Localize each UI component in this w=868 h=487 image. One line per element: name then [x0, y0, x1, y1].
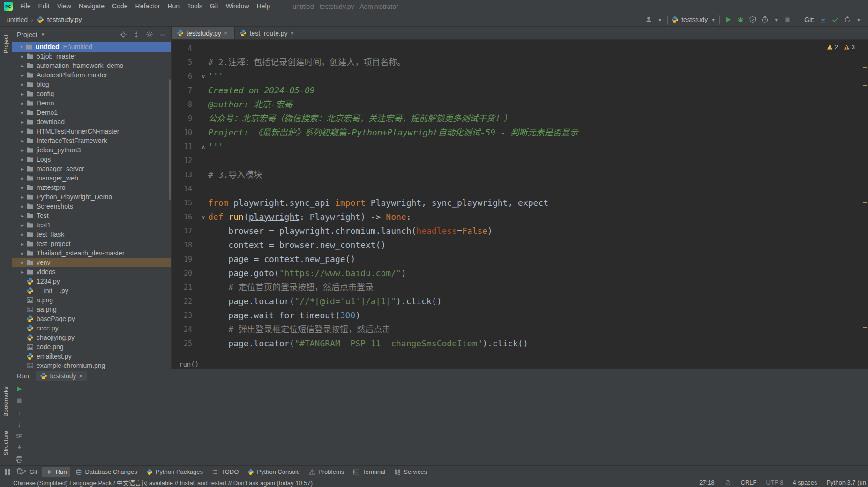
tree-item-Logs[interactable]: ▸Logs — [12, 155, 171, 164]
line-separator[interactable]: CRLF — [741, 479, 757, 486]
tree-item-example-chromium.png[interactable]: example-chromium.png — [12, 361, 171, 369]
toolwindow-services[interactable]: Services — [390, 467, 431, 477]
code-line-16[interactable]: 16∨def run(playwright: Playwright) -> No… — [172, 210, 868, 224]
tree-item-jiekou_python3[interactable]: ▸jiekou_python3 — [12, 145, 171, 155]
tree-item-Thailand_xsteach_dev-master[interactable]: ▸Thailand_xsteach_dev-master — [12, 248, 171, 258]
tree-item-mztestpro[interactable]: ▸mztestpro — [12, 183, 171, 192]
menu-navigate[interactable]: Navigate — [75, 0, 108, 13]
tree-item-Screenshots[interactable]: ▸Screenshots — [12, 202, 171, 211]
code-line-7[interactable]: 7Created on 2024-05-09 — [172, 83, 868, 97]
chevron-right-icon[interactable]: ▸ — [19, 138, 26, 144]
chevron-right-icon[interactable]: ▸ — [19, 110, 26, 116]
menu-tools[interactable]: Tools — [183, 0, 206, 13]
scrollbar-thumb[interactable] — [169, 79, 171, 200]
tree-item-cccc.py[interactable]: cccc.py — [12, 323, 171, 333]
code-line-23[interactable]: 23 page.wait_for_timeout(300) — [172, 308, 868, 322]
breadcrumb-file[interactable]: teststudy.py — [47, 16, 82, 23]
hide-panel-icon[interactable] — [159, 31, 166, 38]
toolwindow-problems[interactable]: Problems — [305, 467, 348, 477]
code-line-25[interactable]: 25 page.locator("#TANGRAM__PSP_11__chang… — [172, 337, 868, 351]
tree-item-manager_web[interactable]: ▸manager_web — [12, 173, 171, 183]
chevron-right-icon[interactable]: ▸ — [19, 53, 26, 60]
code-line-4[interactable]: 4 — [172, 41, 868, 55]
chevron-right-icon[interactable]: ▸ — [19, 157, 26, 163]
tool-window-switcher-icon[interactable] — [4, 468, 11, 476]
tree-item-test_flask[interactable]: ▸test_flask — [12, 230, 171, 239]
code-line-21[interactable]: 21 # 定位首页的登录按钮，然后点击登录 — [172, 280, 868, 294]
chevron-right-icon[interactable]: ▸ — [19, 232, 26, 238]
softwrap-icon[interactable] — [15, 432, 23, 440]
breadcrumb-function[interactable]: run() — [179, 360, 199, 368]
chevron-right-icon[interactable]: ▸ — [19, 241, 26, 247]
close-icon[interactable]: × — [79, 373, 83, 380]
tree-item-Demo[interactable]: ▸Demo — [12, 98, 171, 108]
tree-item-blog[interactable]: ▸blog — [12, 80, 171, 89]
code-with-me-users-icon[interactable] — [645, 16, 652, 23]
editor-breadcrumb[interactable]: run() — [172, 359, 868, 369]
chevron-down-icon[interactable]: ▾ — [856, 16, 861, 23]
chevron-right-icon[interactable]: ▸ — [19, 175, 26, 181]
chevron-right-icon[interactable]: ▸ — [19, 185, 26, 191]
menu-edit[interactable]: Edit — [35, 0, 53, 13]
run-button[interactable] — [725, 16, 732, 23]
toolwindow-todo[interactable]: TODO — [208, 467, 242, 477]
chevron-right-icon[interactable]: ▸ — [19, 147, 26, 153]
stop-button[interactable] — [784, 16, 791, 23]
code-line-12[interactable]: 12 — [172, 154, 868, 168]
code-line-8[interactable]: 8@author: 北京-宏哥 — [172, 97, 868, 112]
chevron-down-icon[interactable]: ▾ — [18, 44, 25, 50]
tree-item-InterfaceTestFramework[interactable]: ▸InterfaceTestFramework — [12, 136, 171, 145]
profiler-button[interactable] — [761, 16, 769, 23]
status-message[interactable]: Chinese (Simplified) Language Pack / 中文语… — [0, 478, 699, 487]
breadcrumb-project[interactable]: untitled — [7, 16, 28, 23]
chevron-down-icon[interactable]: ▾ — [657, 16, 663, 23]
tree-item-Demo1[interactable]: ▸Demo1 — [12, 108, 171, 117]
cursor-position[interactable]: 27:18 — [699, 479, 715, 486]
chevron-right-icon[interactable]: ▸ — [19, 260, 26, 266]
toolwindow-python-packages[interactable]: Python Packages — [142, 467, 207, 477]
menu-run[interactable]: Run — [164, 0, 183, 13]
menu-git[interactable]: Git — [206, 0, 222, 13]
code-line-11[interactable]: 11∧''' — [172, 140, 868, 154]
inspections-profile-icon[interactable] — [724, 479, 732, 487]
minimize-button[interactable]: — — [839, 3, 846, 10]
code-line-18[interactable]: 18 context = browser.new_context() — [172, 238, 868, 252]
code-line-15[interactable]: 15from playwright.sync_api import Playwr… — [172, 196, 868, 210]
tree-item-manager_server[interactable]: ▸manager_server — [12, 164, 171, 173]
indent-style[interactable]: 4 spaces — [793, 479, 817, 486]
tree-item-untitled-root[interactable]: ▾ untitled E:\untitled — [12, 42, 171, 52]
git-update-button[interactable] — [819, 16, 827, 23]
code-line-22[interactable]: 22 page.locator("//*[@id='u1']/a[1]").cl… — [172, 294, 868, 308]
tree-item-chaojiying.py[interactable]: chaojiying.py — [12, 333, 171, 342]
inspection-warning-icon[interactable]: 2 — [827, 44, 838, 51]
git-commit-button[interactable] — [831, 16, 839, 23]
chevron-right-icon[interactable]: ▸ — [19, 194, 26, 200]
tree-item-__init__.py[interactable]: __init__.py — [12, 286, 171, 295]
chevron-right-icon[interactable]: ▸ — [19, 128, 26, 135]
chevron-right-icon[interactable]: ▸ — [19, 63, 26, 69]
fold-marker-icon[interactable]: ∨ — [199, 210, 208, 224]
stripe-structure[interactable]: Structure — [2, 427, 9, 459]
chevron-down-icon[interactable]: ▾ — [40, 31, 46, 38]
menu-file[interactable]: File — [16, 0, 35, 13]
chevron-right-icon[interactable]: ▸ — [19, 213, 26, 219]
code-line-5[interactable]: 5# 2.注释：包括记录创建时间，创建人，项目名称。 — [172, 55, 868, 69]
menu-code[interactable]: Code — [108, 0, 131, 13]
tab-teststudy.py[interactable]: teststudy.py× — [172, 27, 235, 39]
chevron-right-icon[interactable]: ▸ — [19, 203, 26, 210]
code-line-13[interactable]: 13# 3.导入模块 — [172, 168, 868, 182]
tree-item-HTMLTestRunnerCN-master[interactable]: ▸HTMLTestRunnerCN-master — [12, 127, 171, 136]
run-configuration-select[interactable]: teststudy ▾ — [667, 15, 720, 25]
toolwindow-terminal[interactable]: Terminal — [349, 467, 389, 477]
tree-item-1234.py[interactable]: 1234.py — [12, 277, 171, 286]
chevron-right-icon[interactable]: ▸ — [19, 91, 26, 97]
tree-item-test_project[interactable]: ▸test_project — [12, 239, 171, 248]
fold-marker-icon[interactable]: ∧ — [199, 140, 208, 154]
chevron-right-icon[interactable]: ▸ — [19, 166, 26, 172]
chevron-right-icon[interactable]: ▸ — [19, 100, 26, 106]
toolwindow-run[interactable]: Run — [42, 467, 71, 477]
toolwindow-python-console[interactable]: Python Console — [243, 467, 304, 477]
run-console-output[interactable] — [26, 382, 868, 475]
scrollend-icon[interactable] — [15, 444, 23, 451]
menu-view[interactable]: View — [53, 0, 75, 13]
